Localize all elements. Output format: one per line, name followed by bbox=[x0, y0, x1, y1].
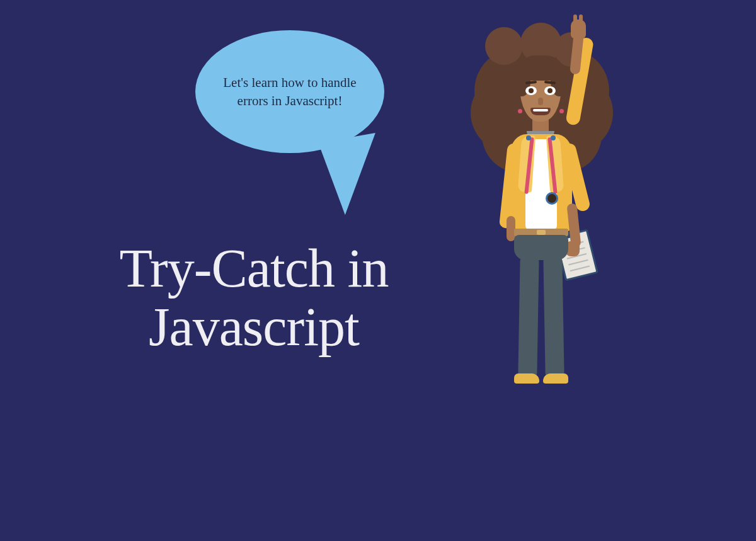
page-title: Try-Catch in Javascript bbox=[59, 239, 449, 356]
nose bbox=[538, 98, 543, 105]
stethoscope-earpiece bbox=[551, 135, 556, 140]
stethoscope-head bbox=[546, 192, 558, 205]
stethoscope-earpiece bbox=[526, 135, 531, 140]
mouth bbox=[530, 108, 551, 115]
earring bbox=[559, 109, 564, 113]
speech-bubble-text: Let's learn how to handle errors in Java… bbox=[220, 74, 359, 110]
clipboard-line bbox=[568, 259, 588, 266]
leg bbox=[543, 255, 564, 378]
clipboard-line bbox=[570, 266, 590, 272]
shoe bbox=[514, 373, 539, 384]
shoe bbox=[543, 373, 568, 384]
speech-bubble: Let's learn how to handle errors in Java… bbox=[195, 30, 384, 153]
leg bbox=[518, 255, 539, 378]
hair-curl bbox=[485, 27, 523, 65]
earring bbox=[518, 109, 522, 113]
speech-bubble-tail bbox=[318, 133, 388, 217]
eye bbox=[544, 86, 556, 95]
character-illustration bbox=[460, 21, 624, 399]
eye bbox=[525, 86, 537, 95]
hand-waving bbox=[571, 20, 586, 38]
